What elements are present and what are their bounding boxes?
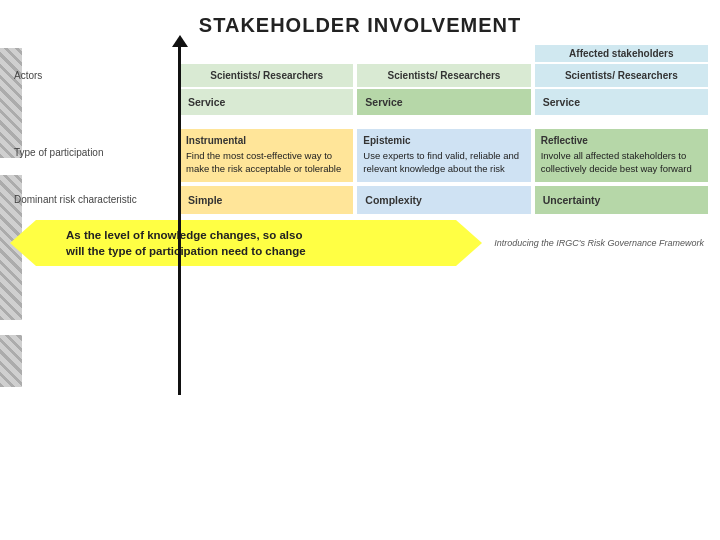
participation-col1: Instrumental Find the most cost-effectiv… — [180, 129, 353, 182]
service-row: Service Service Service — [10, 89, 710, 115]
page-title: STAKEHOLDER INVOLVEMENT — [0, 0, 720, 45]
vertical-arrow-icon — [178, 45, 181, 395]
scientists-col2: Scientists/ Researchers — [357, 64, 530, 87]
participation-col3: Reflective Involve all affected stakehol… — [535, 129, 708, 182]
dominant-label: Dominant risk characteristic — [10, 194, 137, 205]
participation-col2: Epistemic Use experts to find valid, rel… — [357, 129, 530, 182]
scientists-col1: Scientists/ Researchers — [180, 64, 353, 87]
service-col2: Service — [357, 89, 530, 115]
participation-row: Type of participation Instrumental Find … — [10, 129, 710, 182]
dominant-col3: Uncertainty — [535, 186, 708, 214]
participation-col1-body: Find the most cost-effective way to make… — [186, 150, 347, 176]
arrow-left-icon — [10, 220, 36, 266]
arrow-right-icon — [456, 220, 482, 266]
bottom-arrow-text: As the level of knowledge changes, so al… — [36, 227, 316, 259]
header-col2 — [357, 45, 530, 62]
actors-row: Actors Scientists/ Researchers Scientist… — [10, 64, 710, 87]
participation-col3-header: Reflective — [541, 135, 702, 146]
participation-col2-body: Use experts to find valid, reliable and … — [363, 150, 524, 176]
bottom-arrow-row: As the level of knowledge changes, so al… — [10, 220, 710, 266]
service-col1: Service — [180, 89, 353, 115]
dominant-col1: Simple — [180, 186, 353, 214]
dominant-col2: Complexity — [357, 186, 530, 214]
participation-col1-header: Instrumental — [186, 135, 347, 146]
header-col1 — [180, 45, 353, 62]
arrow-body: As the level of knowledge changes, so al… — [36, 220, 456, 266]
bottom-citation: Introducing the IRGC's Risk Governance F… — [482, 238, 710, 248]
participation-col2-header: Epistemic — [363, 135, 524, 146]
header-row: Affected stakeholders — [10, 45, 710, 62]
service-col3: Service — [535, 89, 708, 115]
participation-col3-body: Involve all affected stakeholders to col… — [541, 150, 702, 176]
scientists-col3: Scientists/ Researchers — [535, 64, 708, 87]
dominant-row: Dominant risk characteristic Simple Comp… — [10, 186, 710, 214]
header-col3: Affected stakeholders — [535, 45, 708, 62]
actors-label: Actors — [10, 70, 42, 81]
participation-label: Type of participation — [10, 147, 104, 158]
